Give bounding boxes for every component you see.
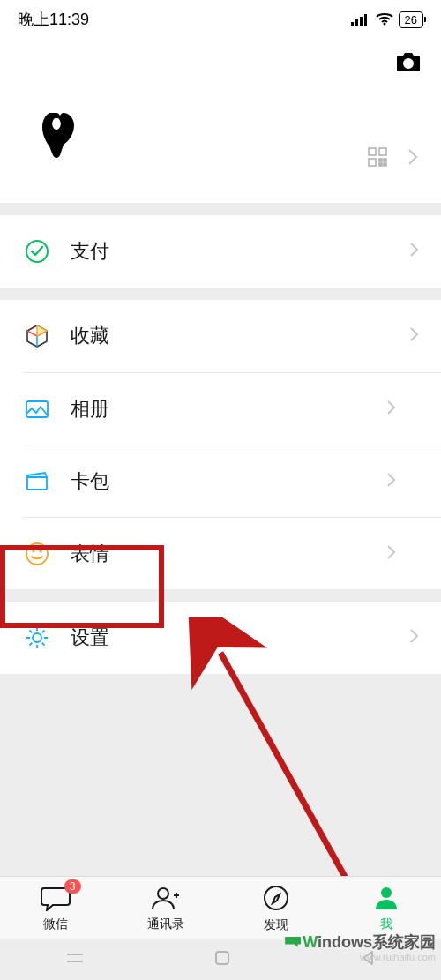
svg-point-17 [39,550,41,552]
menu-item-album[interactable]: 相册 [23,372,441,445]
nav-label: 通讯录 [147,916,184,932]
menu-label: 相册 [71,396,386,423]
status-time: 晚上11:39 [18,9,89,30]
menu-label: 表情 [71,541,386,567]
home-icon[interactable] [214,950,230,969]
status-right: 26 [351,11,423,28]
nav-contacts[interactable]: 通讯录 [110,877,220,939]
chevron-right-icon [386,400,395,419]
svg-rect-1 [355,19,358,26]
svg-rect-13 [26,401,48,417]
nav-chat[interactable]: 3 微信 [0,877,110,939]
svg-rect-6 [379,148,386,155]
svg-rect-25 [216,952,228,964]
svg-point-18 [33,633,41,642]
watermark: Windows系统家园 www.ruihaifu.com [285,934,436,962]
svg-rect-14 [27,477,47,490]
svg-point-21 [265,886,288,909]
qr-code-icon[interactable] [367,146,388,171]
menu-label: 支付 [71,238,409,265]
menu-label: 卡包 [71,468,386,495]
svg-rect-2 [360,17,363,26]
camera-icon[interactable] [395,50,422,77]
bottom-nav: 3 微信 通讯录 发现 我 [0,876,441,939]
gear-icon [23,624,51,652]
svg-rect-5 [369,148,376,155]
svg-point-20 [158,888,168,899]
svg-point-4 [383,23,385,26]
chevron-right-icon [386,472,395,491]
person-icon [373,885,400,915]
menu-label: 设置 [71,625,409,651]
compass-icon [262,884,290,916]
svg-line-19 [220,653,353,891]
menu-item-cards[interactable]: 卡包 [23,445,441,517]
wifi-icon [376,13,393,26]
pay-icon [23,237,51,266]
profile-header[interactable] [0,88,441,203]
camera-row [0,39,441,88]
signal-icon [351,13,370,26]
nav-label: 我 [380,916,392,932]
status-bar: 晚上11:39 26 [0,0,441,39]
menu-item-pay[interactable]: 支付 [0,215,441,288]
wallet-icon [23,468,51,496]
svg-rect-10 [379,163,382,166]
smile-icon [23,540,51,568]
nav-me[interactable]: 我 [331,877,441,939]
svg-point-22 [381,887,392,898]
cube-icon [23,322,51,350]
chevron-right-icon [386,544,395,564]
svg-point-16 [32,550,34,552]
nav-discover[interactable]: 发现 [220,877,331,939]
menu-label: 收藏 [71,323,409,349]
chevron-right-icon [409,628,418,647]
chat-bubble-icon: 3 [41,885,71,915]
image-icon [23,395,51,423]
menu-item-stickers[interactable]: 表情 [23,517,441,589]
menu-item-settings[interactable]: 设置 [0,602,441,674]
svg-rect-0 [351,22,354,26]
svg-rect-8 [379,159,382,161]
svg-rect-11 [384,163,386,166]
svg-point-15 [26,543,48,565]
recent-apps-icon[interactable] [65,951,85,969]
svg-rect-7 [369,159,376,166]
chevron-right-icon [409,326,418,346]
nav-label: 微信 [43,916,68,932]
battery-indicator: 26 [399,11,423,28]
svg-rect-3 [364,14,367,26]
nav-label: 发现 [264,917,288,933]
menu-item-favorites[interactable]: 收藏 [0,300,441,372]
contacts-icon [151,885,181,915]
chevron-right-icon [409,242,418,261]
nav-chat-badge: 3 [64,879,81,894]
avatar[interactable] [23,97,97,171]
chevron-right-icon [407,148,418,169]
svg-rect-9 [384,159,386,161]
